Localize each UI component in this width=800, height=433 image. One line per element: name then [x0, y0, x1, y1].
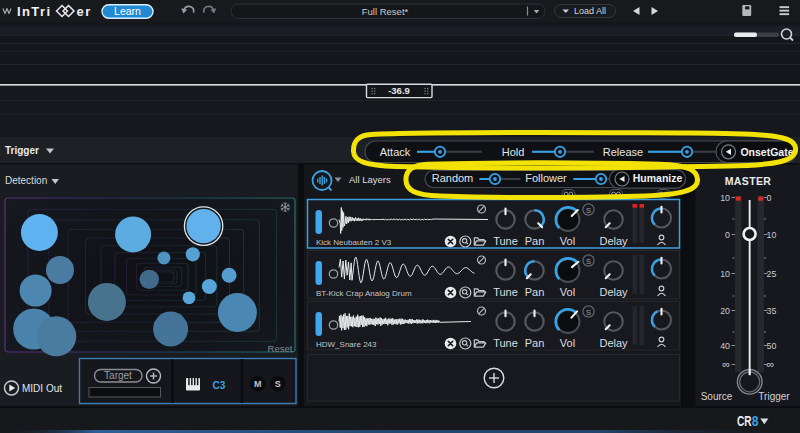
svg-text:Vol: Vol	[560, 337, 575, 349]
svg-text:BT-Kick Crap Analog Drum: BT-Kick Crap Analog Drum	[316, 289, 412, 298]
svg-text:∞: ∞	[767, 358, 775, 370]
svg-text:Target: Target	[104, 370, 132, 381]
svg-text:8: 8	[752, 413, 759, 429]
svg-text:Pan: Pan	[525, 235, 545, 247]
svg-text:Load All: Load All	[574, 6, 606, 16]
svg-text:OnsetGate: OnsetGate	[740, 146, 793, 158]
svg-text:Random: Random	[432, 172, 474, 184]
svg-text:S: S	[275, 379, 281, 389]
svg-text:Attack: Attack	[380, 146, 411, 158]
svg-text:Learn: Learn	[114, 5, 141, 17]
svg-text:10: 10	[720, 269, 730, 279]
svg-text:S: S	[586, 206, 591, 215]
svg-text:Trigger: Trigger	[758, 391, 790, 402]
svg-text:C3: C3	[213, 380, 226, 391]
svg-text:Reset: Reset	[268, 343, 293, 354]
svg-text:MASTER: MASTER	[725, 175, 772, 187]
svg-text:Tune: Tune	[493, 235, 518, 247]
svg-text:M: M	[254, 379, 262, 389]
svg-text:35: 35	[767, 306, 777, 316]
svg-text:Full Reset*: Full Reset*	[362, 6, 409, 17]
svg-text:10: 10	[720, 193, 730, 203]
svg-text:HDW_Snare 243: HDW_Snare 243	[316, 340, 377, 349]
svg-text:S: S	[586, 257, 591, 266]
svg-text:Source: Source	[701, 391, 733, 402]
svg-text:CR: CR	[737, 413, 752, 429]
svg-text:Delay: Delay	[599, 337, 628, 349]
svg-text:Pan: Pan	[525, 286, 545, 298]
svg-text:∞: ∞	[722, 358, 730, 370]
svg-text:Release: Release	[603, 146, 643, 158]
svg-text:40: 40	[720, 341, 730, 351]
svg-text:Tune: Tune	[493, 337, 518, 349]
svg-text:S: S	[586, 308, 591, 317]
svg-text:Humanize: Humanize	[633, 172, 683, 184]
svg-text:Pan: Pan	[525, 337, 545, 349]
svg-text:Detection: Detection	[5, 175, 47, 186]
svg-text:Vol: Vol	[560, 235, 575, 247]
svg-text:-36.9: -36.9	[388, 85, 410, 96]
svg-text:InTri: InTri	[17, 4, 51, 19]
svg-text:Vol: Vol	[560, 286, 575, 298]
svg-text:Delay: Delay	[599, 286, 628, 298]
svg-text:0: 0	[725, 230, 730, 240]
svg-text:All Layers: All Layers	[349, 174, 391, 185]
svg-text:Trigger: Trigger	[5, 145, 39, 156]
svg-text:er: er	[77, 4, 92, 19]
svg-text:MIDI Out: MIDI Out	[22, 383, 62, 394]
svg-text:Tune: Tune	[493, 286, 518, 298]
svg-text:Follower: Follower	[525, 172, 567, 184]
svg-text:Hold: Hold	[502, 146, 525, 158]
svg-text:Delay: Delay	[599, 235, 628, 247]
svg-text:20: 20	[720, 306, 730, 316]
svg-text:50: 50	[767, 341, 777, 351]
svg-text:Kick Neubauten 2 V3: Kick Neubauten 2 V3	[316, 238, 392, 247]
svg-text:25: 25	[767, 269, 777, 279]
svg-text:10: 10	[767, 230, 777, 240]
